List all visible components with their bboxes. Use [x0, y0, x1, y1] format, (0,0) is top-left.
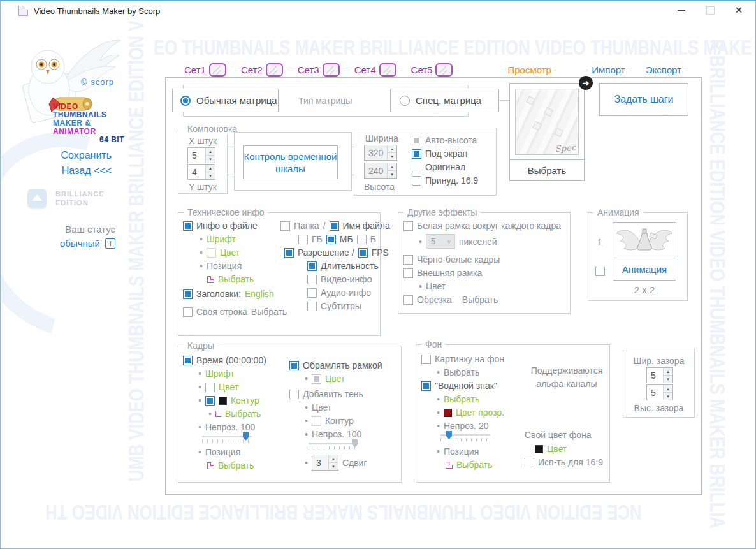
tech-color-checkbox[interactable]: [207, 248, 216, 258]
mb-checkbox[interactable]: [326, 235, 336, 244]
fps-checkbox[interactable]: [358, 248, 368, 258]
set2-icon[interactable]: [266, 63, 283, 77]
b-checkbox[interactable]: [357, 235, 367, 244]
white-frame-checkbox[interactable]: [403, 221, 413, 231]
tab-import[interactable]: Импорт: [592, 64, 625, 75]
bw-frames-checkbox[interactable]: [403, 255, 413, 265]
tab-set4[interactable]: Сет4: [354, 64, 376, 75]
border-frame-row[interactable]: Обрамлять рамкой: [289, 360, 399, 370]
outline-color-swatch[interactable]: [219, 397, 227, 405]
time-checkbox[interactable]: [183, 356, 193, 365]
resolution-checkbox[interactable]: [284, 248, 294, 258]
file-info-row[interactable]: Инфо о файле: [183, 221, 279, 231]
next-arrow-button[interactable]: ➜: [579, 76, 593, 90]
normal-matrix-radio[interactable]: [180, 96, 191, 106]
tab-set2[interactable]: Сет2: [241, 64, 263, 75]
original-row[interactable]: Оригинал: [412, 162, 478, 172]
subtitles-row[interactable]: Субтитры: [307, 301, 381, 311]
force-169-checkbox[interactable]: [412, 176, 421, 186]
gb-checkbox[interactable]: [298, 235, 308, 244]
set4-icon[interactable]: [379, 63, 396, 77]
fit-screen-checkbox[interactable]: [412, 149, 421, 159]
outer-frame-checkbox[interactable]: [403, 268, 413, 278]
set1-icon[interactable]: [209, 63, 226, 77]
shadow-outline-checkbox[interactable]: [312, 416, 321, 426]
outline-checkbox[interactable]: [205, 396, 215, 406]
resolution-fps-row[interactable]: Разрешение / FPS: [284, 247, 381, 258]
gap-width-arrows[interactable]: ▲▼: [663, 368, 672, 383]
duration-checkbox[interactable]: [307, 261, 317, 271]
use-169-row[interactable]: Исп-ть для 16:9: [525, 457, 609, 467]
folder-checkbox[interactable]: [280, 221, 290, 231]
original-checkbox[interactable]: [412, 163, 421, 172]
shadow-row[interactable]: Добавить тень: [289, 389, 399, 399]
titles-language-link[interactable]: English: [245, 289, 274, 299]
frames-position-choose-link[interactable]: Выбрать: [218, 460, 254, 471]
height-spinner-arrows[interactable]: ▲▼: [387, 163, 396, 178]
audio-info-row[interactable]: Аудио-инфо: [307, 288, 381, 298]
video-info-checkbox[interactable]: [307, 275, 317, 284]
titles-checkbox[interactable]: [183, 289, 193, 299]
preview-choose-button[interactable]: Выбрать: [510, 159, 584, 180]
tech-font-link[interactable]: Шрифт: [207, 234, 236, 244]
height-spinner[interactable]: 240 ▲▼: [364, 163, 397, 179]
custom-string-row[interactable]: Своя строка Выбрать: [183, 307, 279, 317]
tab-preview[interactable]: Просмотр: [507, 64, 551, 75]
animation-checkbox[interactable]: [595, 267, 605, 276]
own-bg-color-swatch[interactable]: [535, 445, 543, 453]
crop-choose-link[interactable]: Выбрать: [462, 295, 498, 305]
watermark-choose-link[interactable]: Выбрать: [444, 394, 479, 404]
tab-export[interactable]: Экспорт: [646, 64, 681, 75]
x-count-spinner[interactable]: 5 ▲▼: [187, 147, 215, 163]
bg-image-checkbox[interactable]: [421, 355, 431, 364]
info-icon[interactable]: i: [105, 238, 115, 249]
set-steps-button[interactable]: Задать шаги: [599, 83, 688, 116]
normal-matrix-option[interactable]: Обычная матрица: [172, 89, 279, 112]
bw-frames-row[interactable]: Чёрно-белые кадры: [403, 254, 561, 265]
auto-height-checkbox[interactable]: [412, 136, 421, 145]
outline-choose-link[interactable]: Выбрать: [225, 409, 261, 419]
tech-color-link[interactable]: Цвет: [220, 247, 240, 258]
force-169-row[interactable]: Принуд. 16:9: [412, 175, 478, 186]
folder-filename-row[interactable]: Папка / Имя файла: [280, 221, 381, 231]
y-spinner-arrows[interactable]: ▲▼: [205, 165, 215, 179]
tab-set5[interactable]: Сет5: [411, 64, 433, 75]
x-spinner-arrows[interactable]: ▲▼: [205, 148, 215, 163]
frames-opacity-slider[interactable]: [202, 436, 252, 443]
watermark-checkbox[interactable]: [421, 381, 431, 391]
use-169-checkbox[interactable]: [525, 458, 534, 467]
gap-height-arrows[interactable]: ▲▼: [663, 385, 672, 400]
custom-string-checkbox[interactable]: [183, 307, 193, 317]
file-info-checkbox[interactable]: [183, 221, 193, 231]
crop-row[interactable]: Обрезка Выбрать: [403, 295, 561, 305]
subtitles-checkbox[interactable]: [307, 302, 317, 311]
watermark-position-choose-link[interactable]: Выбрать: [456, 460, 492, 470]
frames-font-link[interactable]: Шрифт: [205, 369, 235, 379]
shadow-opacity-slider[interactable]: [309, 443, 358, 450]
special-matrix-radio[interactable]: [400, 96, 410, 106]
shadow-shift-spinner[interactable]: 3 ▲▼: [312, 455, 338, 471]
gap-height-spinner[interactable]: 5 ▲▼: [646, 384, 673, 400]
filename-checkbox[interactable]: [330, 221, 339, 231]
crop-checkbox[interactable]: [403, 295, 413, 305]
duration-row[interactable]: Длительность: [307, 261, 381, 271]
white-frame-row[interactable]: Белая рамка вокруг каждого кадра: [403, 221, 561, 231]
set3-icon[interactable]: [323, 63, 340, 77]
watermark-opacity-slider[interactable]: [440, 434, 490, 441]
frames-color-checkbox[interactable]: [205, 383, 215, 392]
pixels-dropdown[interactable]: 5∨: [426, 234, 455, 249]
fit-screen-row[interactable]: Под экран: [412, 149, 478, 159]
preview-thumbnail[interactable]: Spec: [515, 89, 579, 155]
filesize-units-row[interactable]: ГБ МБ Б: [298, 234, 381, 244]
minimize-button[interactable]: [671, 1, 692, 20]
border-frame-checkbox[interactable]: [289, 361, 299, 370]
bg-image-choose-link[interactable]: Выбрать: [444, 367, 479, 377]
timeline-control-button[interactable]: Контроль временной шкалы: [243, 145, 338, 179]
set5-icon[interactable]: [435, 63, 453, 77]
tech-position-choose-link[interactable]: Выбрать: [218, 274, 254, 284]
width-spinner-arrows[interactable]: ▲▼: [387, 145, 396, 160]
shift-spinner-arrows[interactable]: ▲▼: [328, 455, 338, 470]
border-color-checkbox[interactable]: [312, 374, 321, 384]
bg-image-row[interactable]: Картинку на фон: [421, 354, 527, 364]
maximize-button[interactable]: [699, 1, 721, 20]
